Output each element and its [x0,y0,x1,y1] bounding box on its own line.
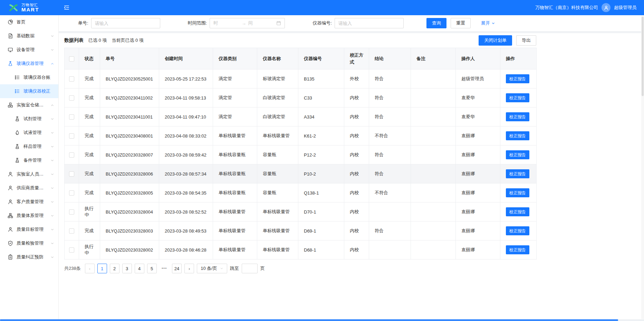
cell-conclusion: 符合 [369,145,411,164]
horizontal-scrollbar-thumb[interactable] [0,319,618,321]
cell-created-at: 2023-03-28 08:52:52 [159,202,213,221]
sidebar-item[interactable]: 试液管理 [0,126,58,140]
table-row: 执行中 BLYQJZD20230328002 2023-03-28 08:46:… [65,240,537,259]
cell-method: 外校 [344,69,369,88]
sidebar-item[interactable]: 玻璃仪器校正 [0,84,58,98]
cell-conclusion: 不符合 [369,183,411,202]
order-no-input[interactable] [91,18,160,28]
cell-status: 完成 [79,88,100,107]
reset-button[interactable]: 重置 [451,18,471,28]
sidebar-item[interactable]: 质量检验管理 [0,236,58,250]
row-checkbox[interactable] [69,209,74,215]
chevron-down-icon [50,48,54,52]
sidebar-item[interactable]: 质量纠正预防 [0,250,58,264]
sidebar-item[interactable]: 玻璃仪器管理 [0,57,58,70]
user-name[interactable]: 超级管理员 [614,4,636,11]
sidebar-item[interactable]: 试剂管理 [0,112,58,126]
row-checkbox[interactable] [69,228,74,234]
page-size-select[interactable]: 10 条/页 [197,264,227,273]
vertical-scrollbar[interactable] [641,15,644,319]
sidebar-item-label: 质量纠正预防 [17,254,47,260]
column-header-action: 操作 [500,48,537,69]
sidebar-item[interactable]: 首页 [0,15,58,29]
cell-order-no: BLYQJZD20230411002 [100,88,159,107]
page-button[interactable]: 3 [122,264,132,273]
row-checkbox[interactable] [69,152,74,158]
sidebar-item[interactable]: 供应商质量管理 [0,181,58,195]
vertical-scrollbar-thumb[interactable] [642,17,644,96]
horizontal-scrollbar[interactable] [0,319,644,321]
cell-status: 完成 [79,69,100,88]
calibration-report-button[interactable]: 校正报告 [506,169,529,178]
search-button[interactable]: 查询 [426,18,446,28]
table-header-row: 状态 单号 创建时间 仪器类别 仪器名称 仪器编号 校正方式 结论 备注 操作人… [65,48,537,69]
row-checkbox[interactable] [69,114,74,120]
row-checkbox[interactable] [69,171,74,177]
cell-created-at: 2023-03-28 08:49:53 [159,221,213,240]
sidebar-item[interactable]: 质量目标管理 [0,223,58,236]
beaker-icon [15,144,20,149]
sidebar-item[interactable]: 玻璃仪器台账 [0,70,58,84]
calibration-report-button[interactable]: 校正报告 [506,150,529,159]
pie-icon [8,19,13,25]
cell-status: 完成 [79,221,100,240]
menu-fold-icon[interactable] [64,4,70,11]
brand-name-en: MART [21,7,39,13]
page-button[interactable]: 4 [135,264,144,273]
chevron-down-icon [50,131,54,135]
cell-name: 单标线吸量管 [257,221,298,240]
cell-code: Q138-1 [298,183,344,202]
cell-category: 单标线容量瓶 [213,145,257,164]
row-checkbox[interactable] [69,133,74,139]
close-plan-button[interactable]: 关闭计划单 [479,35,512,46]
export-button[interactable]: 导出 [516,35,536,46]
cell-conclusion: 符合 [369,221,411,240]
sidebar-item[interactable]: 客户质量管理 [0,195,58,209]
calibration-report-button[interactable]: 校正报告 [506,226,529,235]
sidebar-item[interactable]: 设备管理 [0,43,58,57]
sidebar-item[interactable]: 实验室人员管理 [0,167,58,181]
row-checkbox[interactable] [69,247,74,253]
page-button[interactable]: 5 [147,264,157,273]
row-checkbox[interactable] [69,76,74,82]
cell-order-no: BLYQJZD20230328003 [100,221,159,240]
cell-code: A334 [298,107,344,126]
calibration-report-button[interactable]: 校正报告 [506,74,529,83]
expand-button[interactable]: 展开 [479,20,497,27]
sidebar-item[interactable]: 质量体系管理 [0,209,58,223]
row-checkbox[interactable] [69,190,74,196]
calibration-report-button[interactable]: 校正报告 [506,93,529,102]
time-range-picker[interactable]: 时 → 间 [210,18,285,28]
cell-conclusion [369,240,411,259]
jump-page-input[interactable] [242,264,258,273]
calibration-report-button[interactable]: 校正报告 [506,207,529,216]
select-all-checkbox[interactable] [69,56,74,62]
sidebar-item[interactable]: 基础数据 [0,29,58,43]
cell-order-no: BLYQJZD20230525001 [100,69,159,88]
cell-code: C33 [298,88,344,107]
instrument-code-input[interactable] [335,18,404,28]
sidebar-item[interactable]: 样品管理 [0,140,58,153]
page-button[interactable]: 1 [97,264,107,273]
cell-conclusion: 符合 [369,88,411,107]
cell-operator: 袁丽娜 [456,164,500,183]
cell-name: 单标线吸量管 [257,240,298,259]
calibration-report-button[interactable]: 校正报告 [506,245,529,254]
clipboard-icon [8,254,13,260]
calibration-report-button[interactable]: 校正报告 [506,112,529,121]
toolbar-buttons: 关闭计划单 导出 [479,35,536,46]
sidebar-item[interactable]: 备件管理 [0,153,58,167]
page-button[interactable]: 2 [110,264,119,273]
cell-order-no: BLYQJZD20230328004 [100,202,159,221]
row-checkbox[interactable] [69,95,74,101]
avatar[interactable] [602,3,611,12]
page-button[interactable]: 24 [172,264,182,273]
calibration-report-button[interactable]: 校正报告 [506,188,529,197]
prev-page-button[interactable]: ‹ [85,264,95,273]
sidebar-item-label: 客户质量管理 [17,199,47,205]
calibration-report-button[interactable]: 校正报告 [506,131,529,140]
page-ellipsis[interactable]: ••• [160,264,169,273]
sidebar-item[interactable]: 实验室仓储管理 [0,98,58,112]
next-page-button[interactable]: › [184,264,194,273]
time-range-label: 时间范围: [188,20,207,26]
